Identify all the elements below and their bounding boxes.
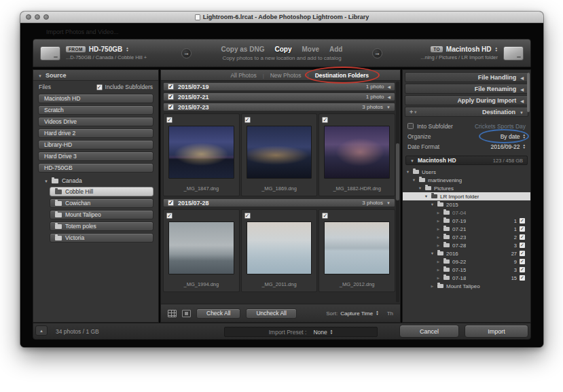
photo-cell[interactable]: _MG_2012.dng: [319, 209, 395, 292]
photo-checkbox[interactable]: [166, 213, 172, 219]
method-add[interactable]: Add: [329, 46, 342, 53]
source-name[interactable]: HD-750GB: [89, 46, 122, 53]
destination-tree-row[interactable]: Users: [403, 168, 530, 176]
disclosure-triangle-icon[interactable]: [430, 283, 435, 289]
expanded-triangle-icon[interactable]: [386, 104, 391, 110]
source-volume[interactable]: HD-750GB: [38, 163, 153, 173]
disclosure-triangle-icon[interactable]: [44, 177, 48, 184]
destination-tree-row[interactable]: 07-18 15: [403, 274, 530, 282]
expanded-triangle-icon[interactable]: [386, 200, 391, 206]
organize-value[interactable]: By date: [501, 133, 520, 140]
photo-checkbox[interactable]: [244, 213, 251, 219]
import-preset-value[interactable]: None: [313, 329, 327, 336]
disclosure-triangle-icon[interactable]: [436, 210, 441, 215]
photo-thumbnail[interactable]: [247, 221, 312, 274]
grid-scrollbar[interactable]: [396, 82, 399, 302]
disclosure-triangle-icon[interactable]: [436, 226, 441, 232]
destination-tree-row[interactable]: 07-04: [403, 209, 530, 217]
photo-group-header[interactable]: 2015/07-28 3 photos: [163, 198, 395, 207]
source-subfolder[interactable]: Mount Talipeo: [50, 210, 153, 219]
group-checkbox[interactable]: [168, 200, 174, 206]
tab-new-photos[interactable]: New Photos: [270, 72, 302, 79]
tab-all-photos[interactable]: All Photos: [230, 72, 256, 79]
photo-cell[interactable]: _MG_1994.dng: [163, 209, 240, 292]
into-subfolder-checkbox[interactable]: [407, 123, 414, 129]
check-all-button[interactable]: Check All: [196, 308, 240, 319]
photo-thumbnail[interactable]: [168, 126, 234, 179]
include-subfolders-checkbox[interactable]: [96, 84, 103, 90]
method-copy-as-dng[interactable]: Copy as DNG: [221, 46, 265, 53]
disclosure-triangle-icon[interactable]: [436, 259, 441, 264]
apply-during-import-panel-header[interactable]: Apply During Import: [405, 95, 528, 105]
destination-tree-row[interactable]: 07-15 3: [403, 266, 530, 274]
source-volume[interactable]: Macintosh HD: [38, 94, 153, 103]
scrollbar-thumb[interactable]: [396, 143, 399, 200]
tab-destination-folders[interactable]: Destination Folders: [315, 72, 369, 79]
loupe-view-icon[interactable]: [182, 310, 191, 317]
add-subfolder-icon[interactable]: [410, 109, 416, 115]
checked-checkbox-icon[interactable]: [520, 259, 525, 264]
source-subfolder[interactable]: Cowichan: [50, 198, 153, 208]
source-subfolder[interactable]: Victoria: [50, 233, 153, 243]
close-window-button[interactable]: [26, 14, 31, 20]
file-renaming-panel-header[interactable]: File Renaming: [405, 84, 528, 94]
group-checkbox[interactable]: [168, 104, 174, 110]
source-panel-header[interactable]: Source: [33, 70, 158, 81]
photo-cell[interactable]: _MG_1847.dng: [163, 113, 240, 196]
import-preset-bar[interactable]: Import Preset : None: [224, 327, 378, 337]
disclosure-triangle-icon[interactable]: [424, 194, 429, 199]
collapsed-triangle-icon[interactable]: [520, 97, 524, 104]
expanded-triangle-icon[interactable]: [520, 109, 524, 115]
destination-tree-row[interactable]: 07-28 3: [403, 241, 530, 249]
disclosure-triangle-icon[interactable]: [418, 185, 422, 191]
checked-checkbox-icon[interactable]: [520, 234, 525, 240]
checked-checkbox-icon[interactable]: [520, 275, 525, 281]
destination-tree-row[interactable]: 2016 27: [403, 249, 530, 257]
checked-checkbox-icon[interactable]: [520, 251, 525, 256]
source-volume[interactable]: Scratch: [38, 105, 153, 115]
import-button[interactable]: Import: [465, 325, 528, 338]
disclosure-triangle-icon[interactable]: [430, 202, 435, 207]
photo-checkbox[interactable]: [244, 117, 251, 123]
disclosure-triangle-icon[interactable]: [436, 243, 441, 248]
photo-cell[interactable]: _MG_1869.dng: [241, 113, 318, 196]
photo-group-header[interactable]: 2015/07-23 3 photos: [163, 103, 395, 111]
checked-checkbox-icon[interactable]: [520, 226, 525, 232]
photo-thumbnail[interactable]: [247, 126, 312, 179]
destination-tree-row[interactable]: 07-19 1: [403, 217, 530, 225]
photo-cell[interactable]: _MG_2011.dng: [241, 209, 318, 292]
destination-tree-row[interactable]: LR Import folder: [403, 192, 530, 200]
destination-tree-row[interactable]: 07-21 1: [403, 225, 530, 233]
disclosure-triangle-icon[interactable]: [436, 275, 441, 281]
collapsed-triangle-icon[interactable]: [520, 86, 524, 92]
window-titlebar[interactable]: Lightroom-6.lrcat - Adobe Photoshop Ligh…: [20, 12, 543, 23]
source-subfolder[interactable]: Cobble Hill: [50, 187, 153, 196]
destination-selector[interactable]: TO Macintosh HD ...ning / Pictures / LR …: [382, 46, 530, 60]
collapsed-triangle-icon[interactable]: [387, 84, 391, 90]
source-selector[interactable]: FROM HD-750GB ...D-750GB / Canada / Cobb…: [33, 46, 181, 60]
destination-tree-row[interactable]: 09-22 9: [403, 257, 530, 266]
source-volume[interactable]: Hard Drive 3: [38, 152, 153, 161]
photo-thumbnail[interactable]: [324, 221, 390, 274]
method-move[interactable]: Move: [302, 46, 319, 53]
disclosure-triangle-icon[interactable]: [436, 218, 441, 224]
destination-tree-row[interactable]: Mount Talipeo: [403, 282, 530, 290]
photo-thumbnail[interactable]: [168, 221, 234, 274]
destination-tree-row[interactable]: 2015: [403, 200, 530, 209]
destination-tree-row[interactable]: martinevening: [403, 176, 530, 184]
cancel-button[interactable]: Cancel: [399, 325, 459, 338]
destination-panel-header[interactable]: Destination: [405, 107, 528, 117]
photo-cell[interactable]: _MG_1882-HDR.dng: [319, 113, 395, 196]
zoom-window-button[interactable]: [43, 14, 49, 20]
toggle-panel-button[interactable]: [35, 325, 48, 336]
disclosure-triangle-icon[interactable]: [405, 169, 410, 175]
source-volume[interactable]: Library-HD: [38, 140, 153, 149]
file-handling-panel-header[interactable]: File Handling: [405, 72, 528, 82]
checked-checkbox-icon[interactable]: [520, 243, 525, 248]
sort-value[interactable]: Capture Time: [340, 310, 373, 317]
photo-group-header[interactable]: 2015/07-21 1 photo: [163, 92, 395, 101]
date-format-value[interactable]: 2016/09-22: [491, 143, 520, 150]
photo-group-header[interactable]: 2015/07-19 1 photo: [163, 82, 395, 91]
destination-tree-row[interactable]: 07-23 2: [403, 233, 530, 241]
source-subfolder[interactable]: Totem poles: [50, 221, 153, 231]
